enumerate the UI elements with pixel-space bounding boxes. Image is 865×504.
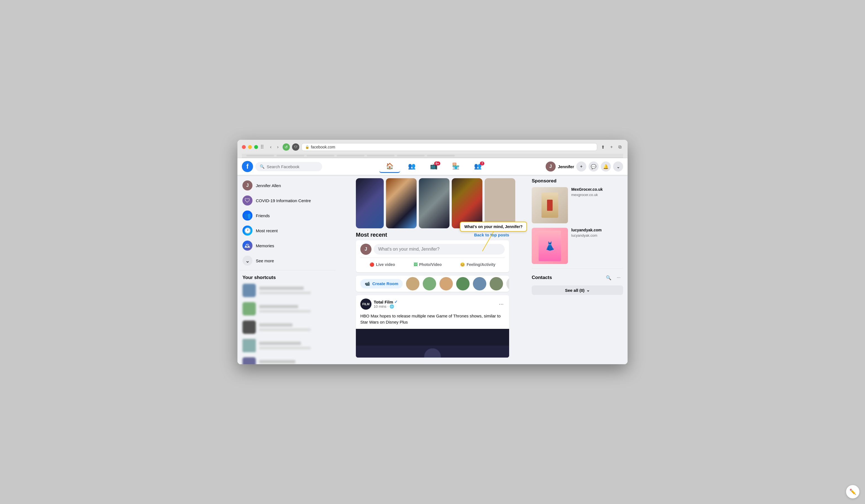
story-5[interactable] xyxy=(485,178,515,228)
feeling-label: Feeling/Activity xyxy=(466,262,495,267)
sidebar-profile[interactable]: J Jennifer Allen xyxy=(240,178,335,193)
forward-button[interactable]: › xyxy=(275,143,280,151)
sidebar-item-see-more[interactable]: ⌄ See more xyxy=(240,254,335,268)
friend-avatar-4[interactable] xyxy=(456,277,470,291)
shortcut-text-1 xyxy=(259,286,333,294)
sidebar-item-recent[interactable]: 🕐 Most recent xyxy=(240,223,335,238)
address-bar[interactable]: 🔒 facebook.com xyxy=(301,143,597,151)
tabs-button[interactable]: ⧉ xyxy=(617,143,623,151)
feeling-icon: 😊 xyxy=(460,262,465,267)
nav-video[interactable]: 📺 9+ xyxy=(423,160,444,173)
facebook-app: f 🔍 Search Facebook 🏠 👥 📺 9+ 🏪 xyxy=(238,158,627,364)
refresh-icon[interactable]: ↺ xyxy=(282,143,290,151)
story-1[interactable] xyxy=(356,178,384,228)
shortcut-5[interactable] xyxy=(240,355,335,364)
back-button[interactable]: ‹ xyxy=(268,143,273,151)
tab-3[interactable] xyxy=(307,155,334,156)
new-tab-button[interactable]: + xyxy=(609,143,614,151)
search-icon: 🔍 xyxy=(260,164,264,169)
ad-card-2[interactable]: 👗 lucyandyak.com lucyandyak.com xyxy=(532,228,623,264)
create-room-icon: 📹 xyxy=(365,281,370,286)
friend-avatar-3[interactable] xyxy=(439,277,453,291)
friend-avatar-5[interactable] xyxy=(473,277,486,291)
contacts-search-button[interactable]: 🔍 xyxy=(604,273,613,282)
nav-friends[interactable]: 👥 xyxy=(401,160,422,173)
ad-name-2: lucyandyak.com xyxy=(571,228,623,232)
address-text: facebook.com xyxy=(311,145,335,149)
friend-avatar-1[interactable] xyxy=(406,277,419,291)
contacts-title: Contacts xyxy=(532,275,552,280)
post-more-button[interactable]: ··· xyxy=(498,300,505,308)
ad-image-1 xyxy=(532,187,568,223)
nav-groups[interactable]: 👥 7 xyxy=(467,160,488,173)
feeling-btn[interactable]: 😊 Feeling/Activity xyxy=(457,260,498,269)
friends-sidebar-icon: 👥 xyxy=(242,211,253,221)
tab-2[interactable] xyxy=(276,155,304,156)
ad-card-1[interactable]: MexGrocer.co.uk mexgrocer.co.uk xyxy=(532,187,623,223)
tab-6[interactable] xyxy=(397,155,425,156)
see-more-icon: ⌄ xyxy=(242,256,253,266)
contacts-section: Contacts 🔍 ··· See all (0) ⌄ xyxy=(532,273,623,295)
friend-avatar-6[interactable] xyxy=(489,277,503,291)
tab-7[interactable] xyxy=(427,155,455,156)
fb-logo: f xyxy=(242,161,253,172)
shortcut-1[interactable] xyxy=(240,282,335,299)
create-post-top: J What's on your mind, Jennifer? xyxy=(360,244,505,255)
photo-video-btn[interactable]: 🖼 Photo/Video xyxy=(410,260,445,269)
story-2[interactable] xyxy=(386,178,417,228)
photo-label: Photo/Video xyxy=(419,262,442,267)
see-all-chevron: ⌄ xyxy=(586,288,590,293)
sidebar-friends-label: Friends xyxy=(256,213,270,218)
shortcut-thumb-1 xyxy=(242,284,256,297)
sidebar-item-memories[interactable]: 🕰 Memories xyxy=(240,238,335,253)
live-video-icon: 🔴 xyxy=(370,262,374,267)
tooltip-wrapper: What's on your mind, Jennifer? xyxy=(374,244,505,255)
friend-avatar-2[interactable] xyxy=(423,277,436,291)
maximize-button[interactable] xyxy=(254,145,258,149)
close-button[interactable] xyxy=(242,145,246,149)
sidebar-see-more-label: See more xyxy=(256,258,274,263)
shortcut-text-4 xyxy=(259,342,333,350)
sidebar-item-covid[interactable]: 🛡 COVID-19 Information Centre xyxy=(240,193,335,208)
plus-button[interactable]: + xyxy=(576,162,586,172)
story-3[interactable] xyxy=(419,178,450,228)
friend-avatar-7[interactable]: ○ xyxy=(506,277,509,291)
nav-marketplace[interactable]: 🏪 xyxy=(445,160,466,173)
profile-avatar: J xyxy=(242,180,253,190)
post-header: FILM Total Film ✓ 10 mins · 🌐 xyxy=(356,295,509,313)
tab-bar xyxy=(242,154,623,158)
shortcut-3[interactable] xyxy=(240,318,335,336)
svg-line-0 xyxy=(482,232,494,251)
right-divider xyxy=(532,268,623,269)
tab-1[interactable] xyxy=(246,155,274,156)
sidebar-recent-label: Most recent xyxy=(256,228,278,233)
browser-titlebar: ⠿ ‹ › ↺ 🛡 🔒 facebook.com ⬆ + ⧉ xyxy=(238,140,627,158)
minimize-button[interactable] xyxy=(248,145,252,149)
messenger-button[interactable]: 💬 xyxy=(589,162,599,172)
profile-name: Jennifer Allen xyxy=(256,183,281,188)
sauce-label xyxy=(547,200,553,211)
grid-icon[interactable]: ⠿ xyxy=(260,144,264,150)
notifications-button[interactable]: 🔔 xyxy=(601,162,611,172)
see-all-contacts-button[interactable]: See all (0) ⌄ xyxy=(532,285,623,295)
shortcut-4[interactable] xyxy=(240,337,335,354)
tab-5[interactable] xyxy=(367,155,395,156)
shortcut-2[interactable] xyxy=(240,300,335,318)
video-badge: 9+ xyxy=(434,162,441,165)
feed: Most recent Back to top posts J xyxy=(338,175,527,364)
sidebar-item-friends[interactable]: 👥 Friends xyxy=(240,208,335,223)
user-avatar[interactable]: J xyxy=(546,162,556,172)
shield-icon[interactable]: 🛡 xyxy=(292,143,299,151)
create-room-button[interactable]: 📹 Create Room xyxy=(360,279,403,289)
contacts-more-button[interactable]: ··· xyxy=(614,273,623,282)
story-4[interactable] xyxy=(452,178,482,228)
search-bar[interactable]: 🔍 Search Facebook xyxy=(255,162,322,171)
nav-home[interactable]: 🏠 xyxy=(379,160,400,173)
share-button[interactable]: ⬆ xyxy=(599,143,607,151)
shortcut-text-5 xyxy=(259,360,333,364)
memories-icon: 🕰 xyxy=(242,241,253,250)
live-video-btn[interactable]: 🔴 Live video xyxy=(366,260,398,269)
tab-4[interactable] xyxy=(337,155,365,156)
room-row: 📹 Create Room ○ › xyxy=(356,276,509,292)
account-menu-button[interactable]: ⌄ xyxy=(613,162,623,172)
